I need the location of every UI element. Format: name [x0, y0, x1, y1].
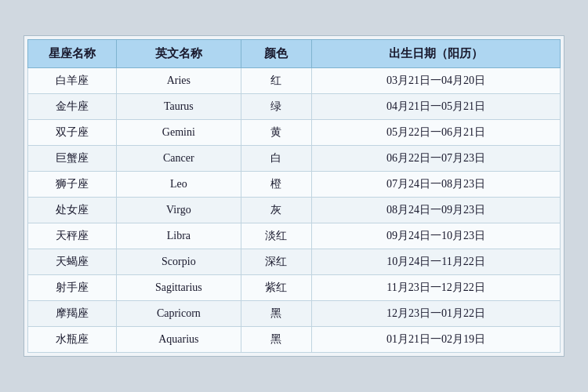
- cell-zh: 处女座: [28, 198, 117, 223]
- cell-zh: 天秤座: [28, 223, 117, 249]
- cell-en: Virgo: [117, 198, 241, 223]
- zodiac-table-wrapper: 星座名称 英文名称 颜色 出生日期（阳历） 白羊座Aries红03月21日一04…: [24, 35, 564, 357]
- table-row: 水瓶座Aquarius黑01月21日一02月19日: [28, 327, 561, 353]
- header-color: 颜色: [241, 40, 312, 68]
- cell-color: 深红: [241, 249, 312, 275]
- cell-date: 04月21日一05月21日: [312, 94, 561, 120]
- cell-date: 10月24日一11月22日: [312, 249, 561, 275]
- cell-date: 07月24日一08月23日: [312, 172, 561, 198]
- table-row: 摩羯座Capricorn黑12月23日一01月22日: [28, 301, 561, 327]
- cell-en: Scorpio: [117, 249, 241, 275]
- table-body: 白羊座Aries红03月21日一04月20日金牛座Taurus绿04月21日一0…: [28, 68, 561, 353]
- table-row: 白羊座Aries红03月21日一04月20日: [28, 68, 561, 94]
- cell-date: 05月22日一06月21日: [312, 120, 561, 146]
- cell-en: Taurus: [117, 94, 241, 120]
- table-row: 金牛座Taurus绿04月21日一05月21日: [28, 94, 561, 120]
- table-row: 狮子座Leo橙07月24日一08月23日: [28, 172, 561, 198]
- cell-color: 绿: [241, 94, 312, 120]
- zodiac-table: 星座名称 英文名称 颜色 出生日期（阳历） 白羊座Aries红03月21日一04…: [27, 39, 561, 353]
- cell-color: 黑: [241, 301, 312, 327]
- cell-zh: 狮子座: [28, 172, 117, 198]
- table-row: 巨蟹座Cancer白06月22日一07月23日: [28, 146, 561, 172]
- cell-date: 12月23日一01月22日: [312, 301, 561, 327]
- cell-zh: 金牛座: [28, 94, 117, 120]
- cell-date: 06月22日一07月23日: [312, 146, 561, 172]
- cell-date: 01月21日一02月19日: [312, 327, 561, 353]
- cell-en: Sagittarius: [117, 275, 241, 301]
- cell-en: Leo: [117, 172, 241, 198]
- header-zh: 星座名称: [28, 40, 117, 68]
- cell-en: Cancer: [117, 146, 241, 172]
- cell-zh: 白羊座: [28, 68, 117, 94]
- cell-zh: 巨蟹座: [28, 146, 117, 172]
- cell-date: 09月24日一10月23日: [312, 223, 561, 249]
- cell-date: 11月23日一12月22日: [312, 275, 561, 301]
- cell-zh: 双子座: [28, 120, 117, 146]
- table-row: 处女座Virgo灰08月24日一09月23日: [28, 198, 561, 223]
- table-row: 天蝎座Scorpio深红10月24日一11月22日: [28, 249, 561, 275]
- cell-color: 黄: [241, 120, 312, 146]
- cell-en: Libra: [117, 223, 241, 249]
- table-row: 双子座Gemini黄05月22日一06月21日: [28, 120, 561, 146]
- table-header-row: 星座名称 英文名称 颜色 出生日期（阳历）: [28, 40, 561, 68]
- table-row: 射手座Sagittarius紫红11月23日一12月22日: [28, 275, 561, 301]
- cell-zh: 天蝎座: [28, 249, 117, 275]
- cell-color: 红: [241, 68, 312, 94]
- cell-zh: 射手座: [28, 275, 117, 301]
- cell-date: 03月21日一04月20日: [312, 68, 561, 94]
- cell-color: 黑: [241, 327, 312, 353]
- cell-color: 橙: [241, 172, 312, 198]
- cell-en: Gemini: [117, 120, 241, 146]
- cell-color: 紫红: [241, 275, 312, 301]
- header-date: 出生日期（阳历）: [312, 40, 561, 68]
- cell-en: Aquarius: [117, 327, 241, 353]
- table-row: 天秤座Libra淡红09月24日一10月23日: [28, 223, 561, 249]
- header-en: 英文名称: [117, 40, 241, 68]
- cell-en: Aries: [117, 68, 241, 94]
- cell-zh: 水瓶座: [28, 327, 117, 353]
- cell-color: 灰: [241, 198, 312, 223]
- cell-zh: 摩羯座: [28, 301, 117, 327]
- cell-color: 白: [241, 146, 312, 172]
- cell-en: Capricorn: [117, 301, 241, 327]
- cell-date: 08月24日一09月23日: [312, 198, 561, 223]
- cell-color: 淡红: [241, 223, 312, 249]
